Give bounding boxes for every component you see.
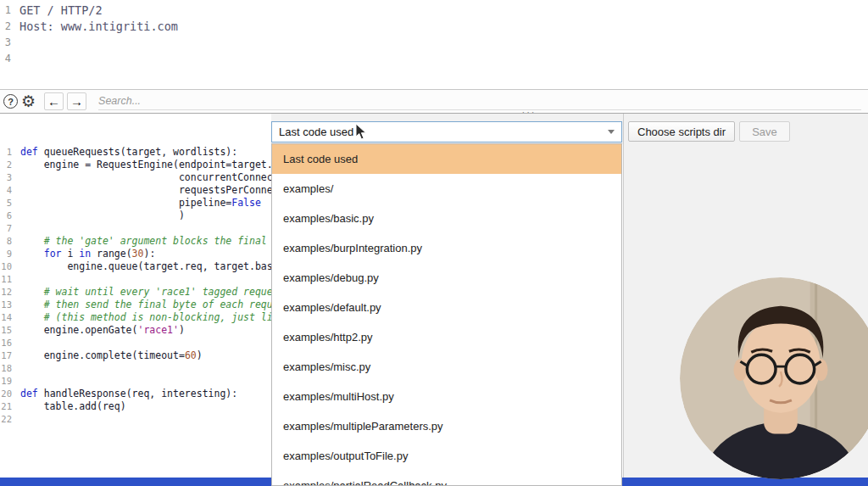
webcam-avatar [680, 277, 868, 479]
script-option[interactable]: Last code used [272, 144, 621, 174]
code-line [19, 51, 868, 67]
line-number: 13 [0, 299, 12, 311]
line-number: 4 [0, 51, 11, 67]
request-editor-gutter: 1234 [0, 0, 14, 89]
script-option[interactable]: examples/debug.py [272, 263, 621, 293]
line-number: 1 [0, 146, 12, 159]
line-number: 18 [0, 362, 12, 375]
chevron-down-icon[interactable] [608, 130, 615, 134]
script-option[interactable]: examples/default.py [272, 293, 621, 322]
script-selector-dropdown[interactable]: Last code used [271, 121, 622, 142]
line-number: 4 [0, 184, 12, 197]
gear-icon[interactable]: ⚙ [21, 93, 36, 109]
turbo-intruder-window: 1234 GET / HTTP/2Host: www.intigriti.com… [0, 0, 868, 486]
line-number: 12 [0, 286, 12, 299]
line-number: 15 [0, 324, 12, 337]
line-number: 5 [0, 197, 12, 209]
line-number: 19 [0, 375, 12, 388]
code-line: Host: www.intigriti.com [19, 19, 868, 35]
cursor-arrow-icon [355, 123, 368, 141]
line-number: 11 [0, 273, 12, 286]
line-number: 2 [0, 19, 11, 35]
script-option[interactable]: examples/misc.py [272, 352, 621, 382]
line-number: 10 [0, 260, 12, 273]
line-number: 1 [0, 3, 11, 19]
line-number: 16 [0, 337, 12, 349]
code-line: GET / HTTP/2 [19, 3, 868, 19]
back-arrow-button[interactable]: ← [44, 92, 64, 110]
line-number: 8 [0, 235, 12, 248]
line-number: 17 [0, 349, 12, 362]
line-number: 2 [0, 159, 12, 171]
line-number: 21 [0, 400, 12, 413]
script-option[interactable]: examples/partialReadCallback.py [272, 471, 621, 486]
script-option[interactable]: examples/ [272, 174, 621, 204]
script-options-list: Last code usedexamples/examples/basic.py… [271, 143, 622, 486]
script-option[interactable]: examples/basic.py [272, 204, 621, 233]
script-option[interactable]: examples/multipleParameters.py [272, 411, 621, 441]
search-input[interactable] [98, 93, 861, 110]
splitter-handle[interactable]: ··· [514, 107, 544, 117]
line-number: 9 [0, 248, 12, 260]
line-number: 3 [0, 171, 12, 184]
request-editor-code[interactable]: GET / HTTP/2Host: www.intigriti.com [14, 0, 868, 89]
save-button[interactable]: Save [739, 121, 790, 142]
mouse-cursor [355, 123, 368, 144]
help-icon[interactable]: ? [3, 94, 18, 109]
line-number: 3 [0, 35, 11, 51]
choose-scripts-dir-button[interactable]: Choose scripts dir [628, 121, 735, 142]
line-number: 6 [0, 209, 12, 222]
forward-arrow-button[interactable]: → [67, 92, 86, 110]
toolbar: ? ⚙ ← → [0, 90, 868, 114]
script-option[interactable]: examples/multiHost.py [272, 382, 621, 411]
script-editor-gutter: 12345678910111213141516171819202122 [0, 142, 15, 478]
line-number: 20 [0, 388, 12, 400]
script-selector-value: Last code used [279, 126, 353, 138]
webcam-overlay [680, 277, 868, 479]
line-number: 14 [0, 311, 12, 324]
script-option[interactable]: examples/burpIntegration.py [272, 233, 621, 263]
line-number: 22 [0, 413, 12, 426]
request-editor[interactable]: 1234 GET / HTTP/2Host: www.intigriti.com [0, 0, 868, 90]
code-line [19, 35, 868, 51]
script-option[interactable]: examples/outputToFile.py [272, 441, 621, 471]
script-option[interactable]: examples/http2.py [272, 322, 621, 352]
line-number: 7 [0, 222, 12, 235]
